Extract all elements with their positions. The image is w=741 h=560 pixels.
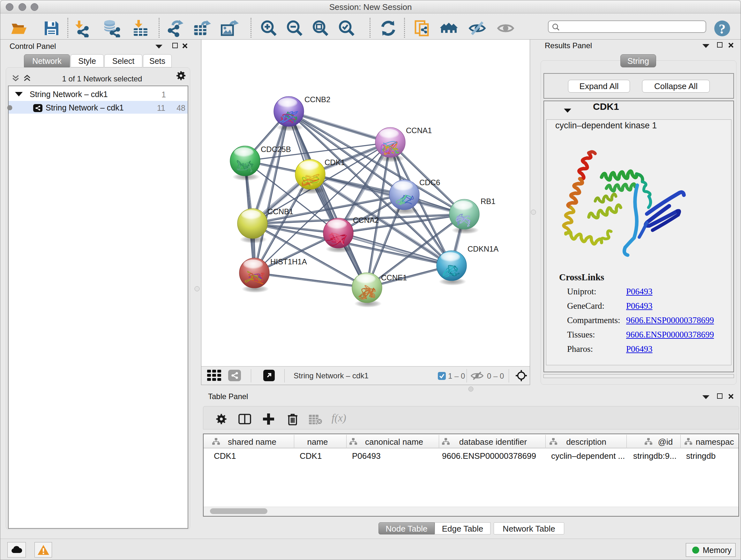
svg-text:RB1: RB1 (481, 197, 495, 206)
svg-text:CCNA1: CCNA1 (406, 126, 432, 135)
svg-text:HIST1H1A: HIST1H1A (270, 257, 307, 266)
svg-text:CDC6: CDC6 (419, 178, 440, 187)
svg-text:CCNB1: CCNB1 (267, 207, 293, 216)
svg-text:CCNB2: CCNB2 (305, 95, 330, 104)
svg-text:CDK1: CDK1 (325, 158, 345, 167)
svg-text:CDC25B: CDC25B (261, 145, 291, 153)
svg-text:CCNE1: CCNE1 (381, 273, 407, 282)
svg-text:CCNA2: CCNA2 (353, 216, 379, 225)
svg-text:CDKN1A: CDKN1A (468, 245, 498, 253)
svg-text:?: ? (719, 21, 725, 37)
